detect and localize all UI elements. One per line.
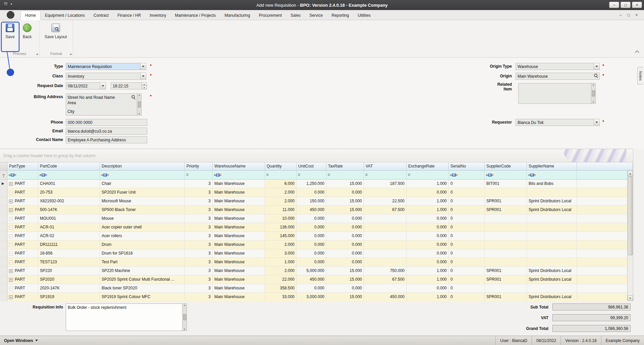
expand-icon[interactable]: + (9, 226, 13, 229)
notes-side-tab[interactable]: Notes (637, 67, 643, 84)
cell-description[interactable]: Test Part (100, 258, 185, 267)
grid-row-sp1919[interactable]: +PARTSP1919SP1919 Sprint Colour MFC3Main… (0, 293, 633, 301)
scroll-down-arrow[interactable]: ▼ (138, 113, 140, 115)
scroll-down-arrow[interactable]: ▼ (183, 328, 185, 330)
cell-unitcost[interactable]: 0.000 (297, 214, 326, 223)
cell-vat[interactable]: 22.500 (364, 197, 407, 206)
column-header-parttype[interactable]: PartType (7, 162, 38, 170)
cell-partcode[interactable]: CHA001 (38, 180, 100, 188)
cell-partcode[interactable]: X821932-002 (38, 197, 100, 206)
cell-priority[interactable]: 3 (185, 223, 213, 232)
requestor-dropdown-button[interactable] (594, 119, 599, 126)
cell-description[interactable]: Drum (100, 240, 185, 249)
cell-unitcost[interactable]: 0.000 (297, 240, 326, 249)
cell-taxrate[interactable]: 0.000 (326, 284, 364, 293)
cell-warehousename[interactable]: Main Warehouse (213, 223, 265, 232)
ribbon-tab-reporting[interactable]: Reporting (327, 11, 353, 20)
grid-row-acr-02[interactable]: +PARTACR-02Acer rollers3Main Warehouse14… (0, 232, 633, 240)
cell-vat[interactable] (364, 188, 407, 197)
cell-warehousename[interactable]: Main Warehouse (213, 258, 265, 267)
spin-up-icon[interactable]: ▲ (142, 83, 147, 86)
cell-taxrate[interactable]: 15.000 (326, 293, 364, 301)
cell-suppliername[interactable]: Bits and Bobs (527, 180, 577, 188)
grid-row-sp220[interactable]: +PARTSP220SP220 Machine3Main Warehouse2.… (0, 267, 633, 275)
equals-filter-icon[interactable]: = (186, 172, 189, 177)
cell-description[interactable]: Microsoft Mouse (100, 197, 185, 206)
cell-vat[interactable]: 187.500 (364, 180, 407, 188)
cell-taxrate[interactable]: 0.000 (326, 232, 364, 240)
cell-priority[interactable]: 3 (185, 267, 213, 275)
filter-cell-suppliercode[interactable]: aBc (485, 170, 527, 180)
origin-type-combobox[interactable]: Warehouse (516, 63, 600, 70)
cell-taxrate[interactable]: 0.000 (326, 214, 364, 223)
cell-taxrate[interactable]: 15.000 (326, 267, 364, 275)
dialog-launcher-icon[interactable] (36, 53, 38, 55)
cell-vat[interactable] (364, 214, 407, 223)
cell-quantity[interactable]: 10.000 (265, 214, 297, 223)
cell-exchangerate[interactable]: 0.000 (407, 258, 449, 267)
cell-suppliername[interactable]: Sprint Distributors Local (527, 206, 577, 214)
cell-partcode[interactable]: TEST123 (38, 258, 100, 267)
cell-serialno[interactable]: 0 (449, 284, 485, 293)
cell-warehousename[interactable]: Main Warehouse (213, 275, 265, 284)
cell-priority[interactable]: 3 (185, 180, 213, 188)
grid-row-16-856[interactable]: +PART16-856Drum for SP16163Main Warehous… (0, 249, 633, 258)
cell-taxrate[interactable]: 0.000 (326, 249, 364, 258)
cell-warehousename[interactable]: Main Warehouse (213, 284, 265, 293)
cell-suppliername[interactable]: Sprint Distributors Local (527, 267, 577, 275)
filter-cell-parttype[interactable]: aBc (7, 170, 38, 180)
cell-taxrate[interactable]: 0.000 (326, 188, 364, 197)
cell-description[interactable]: Black toner SP2020 (100, 284, 185, 293)
cell-description[interactable]: Acer rollers (100, 232, 185, 240)
text-filter-icon[interactable]: aBc (9, 174, 16, 177)
expand-icon[interactable]: + (9, 200, 13, 203)
request-time-editor[interactable]: 16:22:15 ▲ ▼ (111, 82, 147, 89)
cell-partcode[interactable]: MOU001 (38, 214, 100, 223)
cell-warehousename[interactable]: Main Warehouse (213, 188, 265, 197)
scrollbar-thumb[interactable] (592, 90, 595, 96)
column-header-warehousename[interactable]: WarehouseName (213, 162, 265, 170)
request-date-picker[interactable]: 08/11/2022 (66, 82, 106, 89)
cell-description[interactable]: Drum for SP1616 (100, 249, 185, 258)
grid-row-sp2020[interactable]: +PARTSP2020SP2020 Sprint Colour Multi Fu… (0, 275, 633, 284)
cell-parttype[interactable]: +PART (7, 197, 38, 206)
cell-priority[interactable]: 3 (185, 206, 213, 214)
text-filter-icon[interactable]: aBc (486, 174, 494, 177)
cell-quantity[interactable]: 2.000 (265, 188, 297, 197)
cell-quantity[interactable]: 33.000 (265, 293, 297, 301)
text-filter-icon[interactable]: aBc (528, 174, 536, 177)
cell-warehousename[interactable]: Main Warehouse (213, 293, 265, 301)
cell-vat[interactable] (364, 232, 407, 240)
cell-unitcost[interactable]: 3,000.000 (297, 293, 326, 301)
quick-access-toolbar[interactable]: ▼ (3, 2, 13, 6)
cell-serialno[interactable]: 0 (449, 258, 485, 267)
cell-vat[interactable] (364, 249, 407, 258)
cell-description[interactable]: SP500 Black Toner (100, 206, 185, 214)
date-dropdown-button[interactable] (100, 83, 106, 89)
cell-taxrate[interactable]: 15.000 (326, 180, 364, 188)
text-filter-icon[interactable]: aBc (214, 174, 222, 177)
cell-quantity[interactable]: 2.000 (265, 240, 297, 249)
column-header-suppliercode[interactable]: SupplierCode (485, 162, 527, 170)
cell-exchangerate[interactable]: 1.000 (407, 180, 449, 188)
expand-icon[interactable]: + (9, 208, 13, 212)
close-button[interactable]: × (632, 2, 642, 8)
filter-cell-exchangerate[interactable]: = (407, 170, 449, 180)
cell-warehousename[interactable]: Main Warehouse (213, 180, 265, 188)
spin-down-icon[interactable]: ▼ (142, 86, 147, 89)
ribbon-tab-contract[interactable]: Contract (89, 11, 113, 20)
cell-unitcost[interactable]: 450.000 (297, 206, 326, 214)
cell-suppliername[interactable]: Sprint Distributors Local (527, 293, 577, 301)
save-layout-button[interactable]: Save Layout (41, 22, 70, 39)
cell-exchangerate[interactable]: 1.000 (407, 197, 449, 206)
ribbon-tab-sales[interactable]: Sales (286, 11, 305, 20)
cell-exchangerate[interactable]: 0.000 (407, 188, 449, 197)
cell-partcode[interactable]: 500-147K (38, 206, 100, 214)
cell-partcode[interactable]: 20-753 (38, 188, 100, 197)
cell-quantity[interactable]: 1.000 (265, 258, 297, 267)
cell-suppliercode[interactable] (485, 258, 527, 267)
ribbon-tab-utilities[interactable]: Utilities (353, 11, 375, 20)
cell-partcode[interactable]: 2020-147K (38, 284, 100, 293)
cell-taxrate[interactable]: 0.000 (326, 223, 364, 232)
filter-cell-priority[interactable]: = (185, 170, 213, 180)
